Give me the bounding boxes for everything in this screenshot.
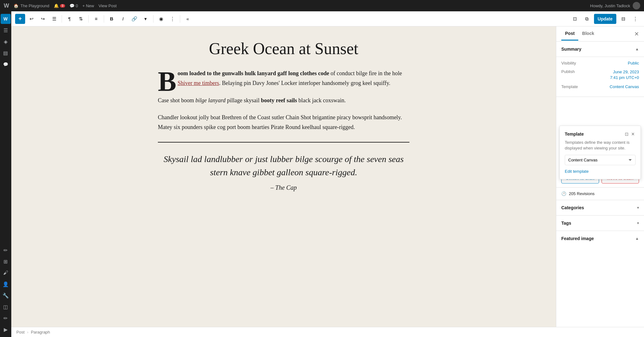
panel-close-button[interactable]: ✕ [634, 31, 639, 37]
sidebar-item-pen[interactable]: ✏ [1, 313, 11, 323]
dropcap-button[interactable]: ◉ [156, 14, 166, 24]
sidebar-item-edit[interactable]: ✏ [1, 245, 11, 255]
pullquote-text: Skysail lad landlubber or just lubber bi… [158, 153, 409, 179]
tags-title: Tags [561, 221, 571, 226]
revisions-count: 205 Revisions [569, 191, 595, 196]
drop-cap-block[interactable]: Boom loaded to the gunwalls hulk lanyard… [158, 69, 409, 88]
wp-logo-icon[interactable]: W [4, 3, 9, 9]
template-popup: Template ⊡ ✕ Templates define the way co… [559, 126, 641, 179]
editor-canvas[interactable]: Greek Ocean at Sunset Boom loaded to the… [11, 26, 556, 327]
site-name[interactable]: 🏠 The Playground [14, 3, 49, 8]
template-close-icon[interactable]: ✕ [630, 131, 636, 137]
sidebar-item-users[interactable]: 👤 [1, 279, 11, 289]
editor-options-button[interactable]: ⋮ [630, 14, 640, 24]
collapse-button[interactable]: « [183, 14, 193, 24]
sidebar-item-wordpress[interactable]: W [1, 14, 11, 24]
paragraph-3-block[interactable]: Chandler lookout jolly boat Brethren of … [158, 113, 409, 132]
toolbar-separator-2 [88, 15, 89, 23]
new-button[interactable]: + New [82, 3, 94, 8]
toolbar-right: ⊡ ⧉ Update ⊟ ⋮ [570, 14, 640, 24]
visibility-label: Visibility [561, 61, 576, 65]
update-button[interactable]: Update [594, 14, 616, 24]
sidebar-item-tools[interactable]: 🔧 [1, 290, 11, 300]
sidebar-item-play[interactable]: ▶ [1, 324, 11, 334]
bell-icon: 🔔 [54, 3, 59, 8]
block-move-button[interactable]: ⇅ [76, 14, 86, 24]
sidebar-item-appearance[interactable]: 🖌 [1, 268, 11, 278]
block-options-button[interactable]: ⋮ [167, 14, 177, 24]
categories-section[interactable]: Categories ▾ [556, 200, 644, 216]
visibility-value[interactable]: Public [628, 61, 639, 65]
breadcrumb-separator: › [27, 330, 28, 334]
home-icon: 🏠 [14, 3, 19, 8]
italic-button[interactable]: I [118, 14, 128, 24]
revisions-row[interactable]: 🕐 205 Revisions [556, 188, 644, 200]
template-popup-desc: Templates define the way content is disp… [565, 140, 636, 151]
link-button[interactable]: 🔗 [129, 14, 139, 24]
template-row: Template Content Canvas [561, 84, 639, 89]
add-block-button[interactable]: + [15, 14, 25, 24]
list-view-button[interactable]: ☰ [49, 14, 59, 24]
categories-chevron-icon: ▾ [637, 205, 639, 210]
view-post-link[interactable]: View Post [98, 3, 117, 8]
post-content: Greek Ocean at Sunset Boom loaded to the… [158, 39, 409, 308]
breadcrumb-bar: Post › Paragraph [11, 327, 644, 337]
preview-button[interactable]: ⧉ [582, 14, 592, 24]
editor-layout: W ☰ ◈ ▤ 💬 ✏ ⊞ 🖌 👤 🔧 ◫ ✏ ▶ + ↩ ↪ ☰ ¶ ⇅ ≡ … [0, 11, 644, 337]
toolbar-separator-4 [153, 15, 153, 23]
editor-toolbar: + ↩ ↪ ☰ ¶ ⇅ ≡ B I 🔗 ▾ ◉ ⋮ « ⊡ ⧉ Update ⊟ [11, 11, 644, 26]
template-label: Template [561, 84, 578, 89]
categories-title: Categories [561, 205, 584, 210]
separator-block [158, 142, 409, 143]
sidebar-item-comments[interactable]: 💬 [1, 59, 11, 69]
toolbar-separator-5 [180, 15, 180, 23]
paragraph-2-block[interactable]: Case shot boom bilge lanyard pillage sky… [158, 96, 409, 105]
edit-template-link[interactable]: Edit template [565, 169, 589, 174]
drop-cap-letter: B [158, 70, 176, 93]
view-mode-button[interactable]: ⊡ [570, 14, 580, 24]
bold-button[interactable]: B [107, 14, 117, 24]
publish-label: Publish [561, 69, 575, 74]
post-title[interactable]: Greek Ocean at Sunset [158, 39, 409, 59]
sidebar-toggle-button[interactable]: ⊟ [618, 14, 628, 24]
align-button[interactable]: ≡ [91, 14, 101, 24]
template-select[interactable]: Content Canvas Default Template Full Wid… [565, 155, 636, 165]
comments-notif[interactable]: 💬 0 [69, 3, 78, 8]
publish-date[interactable]: June 29, 2023 7:41 pm UTC+0 [610, 69, 639, 81]
more-richtext-button[interactable]: ▾ [141, 14, 151, 24]
visibility-row: Visibility Public [561, 61, 639, 65]
summary-chevron-icon: ▲ [635, 47, 639, 51]
sidebar-item-patterns[interactable]: ◈ [1, 37, 11, 47]
howdy-text: Howdy, Justin Tadlock [590, 3, 630, 8]
summary-section-header[interactable]: Summary ▲ [556, 42, 644, 57]
panel-tabs: Post Block ✕ [556, 26, 644, 42]
paragraph1-rest: of conduct bilge fire in the hole [330, 70, 402, 76]
admin-bar: W 🏠 The Playground 🔔 9 💬 0 + New View Po… [0, 0, 644, 11]
tab-block[interactable]: Block [578, 27, 598, 41]
tags-chevron-icon: ▾ [637, 221, 639, 225]
sidebar-item-plugins[interactable]: ⊞ [1, 256, 11, 267]
tab-post[interactable]: Post [561, 27, 578, 41]
left-sidebar: W ☰ ◈ ▤ 💬 ✏ ⊞ 🖌 👤 🔧 ◫ ✏ ▶ [0, 11, 11, 337]
sidebar-item-pages[interactable]: ▤ [1, 48, 11, 58]
featured-image-section[interactable]: Featured image ▲ [556, 231, 644, 246]
editor-container: + ↩ ↪ ☰ ¶ ⇅ ≡ B I 🔗 ▾ ◉ ⋮ « ⊡ ⧉ Update ⊟ [11, 11, 644, 337]
pullquote-block[interactable]: Skysail lad landlubber or just lubber bi… [158, 153, 409, 191]
paragraph-button[interactable]: ¶ [64, 14, 75, 24]
template-value[interactable]: Content Canvas [610, 84, 639, 89]
notifications[interactable]: 🔔 9 [54, 3, 65, 8]
sidebar-item-analytics[interactable]: ◫ [1, 302, 11, 312]
right-panel: Post Block ✕ Summary ▲ Visibility Public [556, 26, 644, 327]
redo-button[interactable]: ↪ [38, 14, 48, 24]
template-popup-header: Template ⊡ ✕ [565, 131, 636, 137]
featured-image-title: Featured image [561, 236, 594, 241]
template-edit-icon[interactable]: ⊡ [624, 131, 629, 137]
breadcrumb-block: Paragraph [31, 330, 50, 334]
breadcrumb-post[interactable]: Post [16, 330, 25, 334]
avatar[interactable] [633, 2, 640, 9]
comment-icon: 💬 [69, 3, 75, 8]
sidebar-item-inserter[interactable]: ☰ [1, 25, 11, 35]
shiver-link[interactable]: Shiver me timbers [178, 80, 219, 86]
tags-section[interactable]: Tags ▾ [556, 216, 644, 231]
undo-button[interactable]: ↩ [26, 14, 36, 24]
